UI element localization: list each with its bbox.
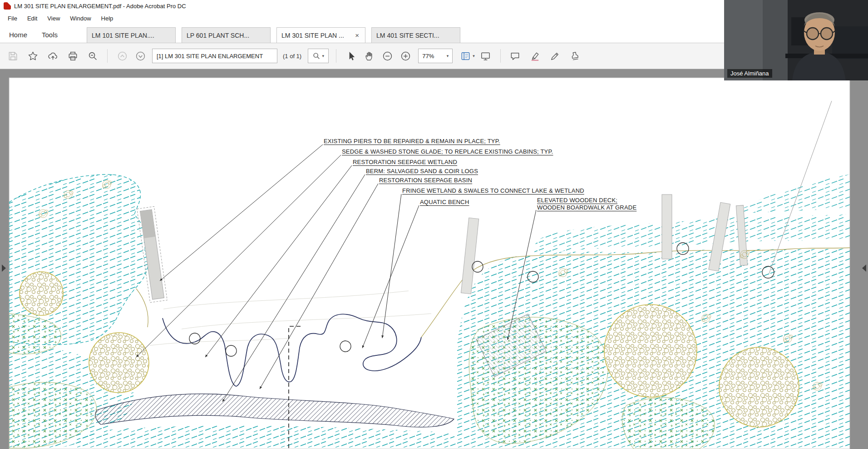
next-page-button[interactable] bbox=[133, 49, 148, 63]
page-count-label: (1 of 1) bbox=[283, 53, 301, 60]
zoom-in-button[interactable] bbox=[398, 49, 413, 63]
acrobat-window: LM 301 SITE PLAN ENLARGEMENT.pdf - Adobe… bbox=[0, 0, 868, 449]
webcam-feed bbox=[724, 0, 868, 80]
plus-circle-icon bbox=[400, 50, 411, 62]
hand-icon bbox=[364, 50, 375, 62]
presentation-screen-icon bbox=[480, 50, 491, 62]
page-display-button[interactable] bbox=[458, 49, 473, 63]
presentation-mode-button[interactable] bbox=[478, 49, 493, 63]
zoom-out-button[interactable] bbox=[380, 49, 395, 63]
doc-tab-label: LP 601 PLANT SCH... bbox=[187, 32, 266, 39]
right-panel-toggle-icon[interactable] bbox=[862, 264, 866, 272]
save-icon bbox=[7, 50, 19, 62]
arrow-up-circle-icon bbox=[117, 50, 128, 62]
comment-bubble-icon bbox=[509, 50, 521, 62]
select-tool-button[interactable] bbox=[344, 49, 358, 63]
tab-close-icon[interactable]: × bbox=[354, 31, 360, 39]
doc-tab-label: LM 101 SITE PLAN.... bbox=[92, 32, 171, 39]
cloud-upload-icon bbox=[47, 50, 59, 62]
hand-tool-button[interactable] bbox=[362, 49, 376, 63]
page-navigation-input[interactable] bbox=[152, 49, 277, 63]
search-icon bbox=[312, 52, 321, 60]
menu-edit[interactable]: Edit bbox=[22, 13, 42, 24]
doc-tab-label: LM 301 SITE PLAN ... bbox=[281, 32, 350, 39]
annotation-seepage-wetland: RESTORATION SEEPAGE WETLAND bbox=[353, 159, 457, 165]
video-call-overlay[interactable]: José Almiñana bbox=[724, 0, 868, 80]
highlight-button[interactable] bbox=[528, 49, 542, 63]
highlighter-icon bbox=[529, 50, 541, 62]
stamp-icon bbox=[569, 50, 581, 62]
minus-circle-icon bbox=[382, 50, 393, 62]
zoom-level-value: 77% bbox=[422, 53, 434, 60]
annotation-fringe-wetland: FRINGE WETLAND & SWALES TO CONNECT LAKE … bbox=[402, 187, 584, 194]
tab-tools[interactable]: Tools bbox=[35, 27, 65, 43]
doc-tab-lp601[interactable]: LP 601 PLANT SCH... bbox=[182, 27, 271, 43]
save-button[interactable] bbox=[5, 49, 20, 63]
pointer-icon bbox=[345, 50, 357, 62]
toolbar-separator bbox=[336, 49, 336, 63]
favorites-star-button[interactable] bbox=[25, 49, 40, 63]
printer-icon bbox=[67, 50, 79, 62]
fill-sign-button[interactable] bbox=[548, 49, 562, 63]
find-button[interactable]: ▾ bbox=[308, 49, 329, 63]
previous-page-button[interactable] bbox=[115, 49, 129, 63]
chevron-down-icon[interactable]: ▾ bbox=[473, 54, 475, 58]
page-view-icon bbox=[460, 50, 471, 62]
zoom-tool-button[interactable] bbox=[85, 49, 100, 63]
comment-button[interactable] bbox=[508, 49, 523, 63]
menu-view[interactable]: View bbox=[42, 13, 65, 24]
share-cloud-upload-button[interactable] bbox=[45, 49, 60, 63]
pen-nib-icon bbox=[549, 50, 561, 62]
annotation-seepage-basin: RESTORATION SEEPAGE BASIN bbox=[379, 177, 472, 184]
annotation-sedge-glade: SEDGE & WASHED STONE GLADE; TO REPLACE E… bbox=[342, 148, 553, 155]
stamp-button[interactable] bbox=[568, 49, 582, 63]
acrobat-app-icon bbox=[4, 2, 11, 10]
tab-home[interactable]: Home bbox=[2, 27, 35, 43]
print-button[interactable] bbox=[65, 49, 80, 63]
menu-window[interactable]: Window bbox=[65, 13, 96, 24]
annotation-elevated-deck-line1: ELEVATED WOODEN DECK; bbox=[537, 197, 617, 204]
toolbar-separator bbox=[500, 49, 501, 63]
left-panel-toggle-icon[interactable] bbox=[2, 264, 6, 272]
annotation-berm: BERM: SALVAGED SAND & COIR LOGS bbox=[366, 168, 478, 175]
menu-file[interactable]: File bbox=[3, 13, 22, 24]
site-plan-drawing bbox=[0, 69, 868, 449]
chevron-down-icon: ▾ bbox=[322, 54, 324, 58]
document-canvas[interactable] bbox=[0, 69, 868, 449]
annotation-existing-piers: EXISTING PIERS TO BE REPAIRED & REMAIN I… bbox=[324, 138, 500, 145]
magnifier-icon bbox=[87, 50, 99, 62]
doc-tab-lm301-active[interactable]: LM 301 SITE PLAN ... × bbox=[276, 27, 365, 43]
annotation-aquatic-bench: AQUATIC BENCH bbox=[420, 199, 469, 205]
menu-help[interactable]: Help bbox=[96, 13, 118, 24]
chevron-down-icon: ▾ bbox=[447, 54, 449, 58]
doc-tab-lm101[interactable]: LM 101 SITE PLAN.... bbox=[87, 27, 176, 43]
star-icon bbox=[27, 50, 39, 62]
doc-tab-label: LM 401 SITE SECTI... bbox=[376, 32, 455, 39]
doc-tab-lm401[interactable]: LM 401 SITE SECTI... bbox=[371, 27, 460, 43]
window-title: LM 301 SITE PLAN ENLARGEMENT.pdf - Adobe… bbox=[14, 3, 186, 10]
annotation-elevated-deck-line2: WOODEN BOARDWALK AT GRADE bbox=[537, 204, 636, 211]
participant-name-label: José Almiñana bbox=[727, 69, 772, 78]
zoom-level-dropdown[interactable]: 77% ▾ bbox=[418, 49, 453, 63]
arrow-down-circle-icon bbox=[135, 50, 146, 62]
toolbar-separator bbox=[107, 49, 108, 63]
